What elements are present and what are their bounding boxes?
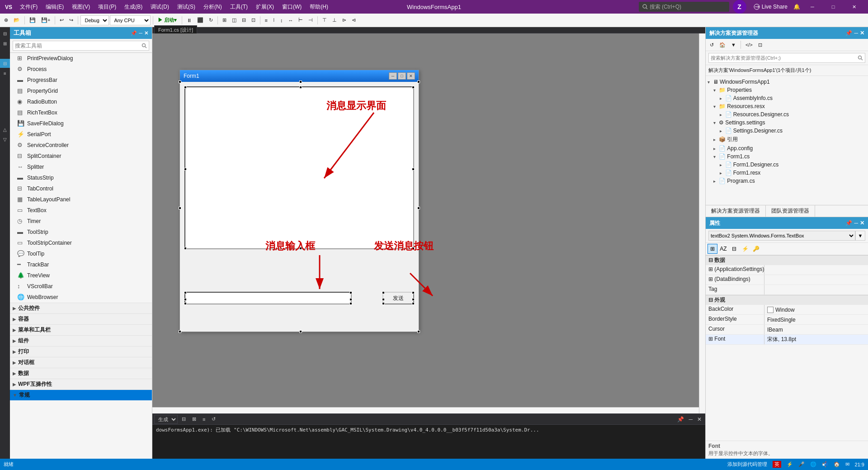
sb-handle-tr[interactable] <box>412 291 415 294</box>
status-icon-1[interactable]: ⚡ <box>787 461 793 467</box>
toolbox-item-radiobutton[interactable]: ◉RadioButton <box>10 96 152 107</box>
pp-close-btn[interactable]: ✕ <box>860 220 864 226</box>
tree-item-4[interactable]: ▸📄Resources.Designer.cs <box>708 110 866 119</box>
toolbox-category-常规[interactable]: ▼常规 <box>10 389 152 400</box>
toolbar-btn-11[interactable]: ⊟ <box>240 15 248 25</box>
tree-item-6[interactable]: ▸📄Settings.Designer.cs <box>708 127 866 135</box>
toolbox-category-组件[interactable]: ▶组件 <box>10 335 152 346</box>
toolbox-item-vscrollbar[interactable]: ↕VScrollBar <box>10 281 152 292</box>
ti-handle-bl[interactable] <box>184 302 187 305</box>
form-minimize-btn[interactable]: ─ <box>389 72 397 80</box>
close-button[interactable]: ✕ <box>844 0 864 14</box>
tab-team-explorer[interactable]: 团队资源管理器 <box>766 205 815 217</box>
form-content-area[interactable]: 发送 <box>180 82 419 332</box>
user-avatar[interactable]: Z <box>733 0 746 14</box>
toolbox-close-btn[interactable]: ✕ <box>144 30 148 36</box>
tree-item-0[interactable]: ▾🖥WindowsFormsApp1 <box>708 78 866 86</box>
toolbox-item-tabcontrol[interactable]: ⊟TabControl <box>10 183 152 194</box>
left-icon-6[interactable]: ▽ <box>0 135 9 144</box>
se-pin-btn[interactable]: 📌 <box>845 30 852 36</box>
rtb-handle-br[interactable] <box>412 247 415 250</box>
pp-pin-btn[interactable]: 📌 <box>845 220 852 226</box>
se-code-btn[interactable]: </> <box>743 40 755 50</box>
rtb-handle-mr[interactable] <box>412 168 415 171</box>
toolbar-btn-7[interactable]: ⬛ <box>195 15 206 25</box>
toolbox-item-tooltip[interactable]: 💬ToolTip <box>10 248 152 259</box>
toolbox-item-textbox[interactable]: ▭TextBox <box>10 205 152 216</box>
tree-item-10[interactable]: ▸📄Form1.Designer.cs <box>708 161 866 169</box>
pp-proppage-btn[interactable]: 🔑 <box>751 244 761 254</box>
toolbox-item-trackbar[interactable]: ━TrackBar <box>10 259 152 270</box>
status-icon-2[interactable]: 🎤 <box>798 461 805 467</box>
toolbar-new-btn[interactable]: ⊕ <box>2 15 10 25</box>
rtb-handle-ml[interactable] <box>184 168 187 171</box>
form-close-btn[interactable]: ✕ <box>407 72 415 80</box>
toolbar-btn-19[interactable]: ⊤ <box>320 15 329 25</box>
start-button[interactable]: ▶ 启动▾ <box>156 15 179 25</box>
pp-row-borderstyle[interactable]: BorderStyle FixedSingle <box>706 315 868 325</box>
toolbox-item-process[interactable]: ⚙Process <box>10 64 152 75</box>
output-btn-2[interactable]: ⊠ <box>190 414 198 424</box>
minimize-button[interactable]: ─ <box>802 0 823 14</box>
handle-tc[interactable] <box>299 81 302 83</box>
menu-debug[interactable]: 调试(D) <box>147 2 173 12</box>
handle-tr[interactable] <box>417 81 420 83</box>
pp-minimize-btn[interactable]: ─ <box>854 220 858 226</box>
toolbar-undo-btn[interactable]: ↩ <box>57 15 66 25</box>
toolbox-category-对话框[interactable]: ▶对话框 <box>10 357 152 368</box>
toolbar-btn-10[interactable]: ◫ <box>230 15 239 25</box>
toolbar-btn-15[interactable]: ↕ <box>278 15 285 25</box>
ti-handle-mr[interactable] <box>349 298 352 301</box>
toolbox-category-容器[interactable]: ▶容器 <box>10 313 152 324</box>
designer-scrollbar-right[interactable] <box>699 33 705 413</box>
pp-object-select[interactable]: textBox2 System.Windows.Forms.TextBox <box>708 231 855 241</box>
debug-config-select[interactable]: Debug <box>80 15 109 25</box>
toolbar-save-all-btn[interactable]: 💾+ <box>39 15 52 25</box>
cpu-select[interactable]: Any CPU <box>110 15 151 25</box>
toolbox-item-treeview[interactable]: 🌲TreeView <box>10 270 152 281</box>
toolbox-item-serialport[interactable]: ⚡SerialPort <box>10 129 152 140</box>
tab-solution-explorer[interactable]: 解决方案资源管理器 <box>706 205 766 217</box>
pp-row-font[interactable]: ⊞ Font 宋体, 13.8pt <box>706 335 868 345</box>
toolbox-item-splitcontainer[interactable]: ⊟SplitContainer <box>10 151 152 161</box>
menu-file[interactable]: 文件(F) <box>16 2 41 12</box>
left-icon-1[interactable]: ⊟ <box>0 29 9 38</box>
left-icon-3[interactable]: ⊟ <box>0 59 10 68</box>
se-show-all-btn[interactable]: ⊡ <box>756 40 764 50</box>
se-close-btn[interactable]: ✕ <box>860 30 864 36</box>
toolbox-item-propertygrid[interactable]: ▤PropertyGrid <box>10 85 152 96</box>
se-sync-btn[interactable]: ↺ <box>708 40 716 50</box>
ti-handle-tr[interactable] <box>349 291 352 294</box>
tree-item-9[interactable]: ▾📄Form1.cs <box>708 152 866 161</box>
menu-view[interactable]: 视图(V) <box>68 2 94 12</box>
se-filter-btn[interactable]: ▼ <box>729 40 738 50</box>
send-button-control[interactable]: 发送 <box>382 292 414 304</box>
toolbar-btn-20[interactable]: ⊥ <box>330 15 339 25</box>
toolbox-item-richtextbox[interactable]: ▤RichTextBox <box>10 107 152 118</box>
output-pin-btn[interactable]: 📌 <box>675 416 686 423</box>
toolbox-item-progressbar[interactable]: ▬ProgressBar <box>10 75 152 85</box>
rtb-handle-bc[interactable] <box>299 247 302 250</box>
rtb-handle-bl[interactable] <box>184 247 187 250</box>
menu-tools[interactable]: 工具(T) <box>226 2 251 12</box>
tree-item-11[interactable]: ▸📄Form1.resx <box>708 169 866 177</box>
form-maximize-btn[interactable]: □ <box>398 72 406 80</box>
tree-item-1[interactable]: ▾📁Properties <box>708 86 866 94</box>
notification-icon[interactable]: 🔔 <box>791 1 802 12</box>
pp-row-tag[interactable]: Tag <box>706 285 868 295</box>
menu-test[interactable]: 测试(S) <box>174 2 199 12</box>
se-search-input[interactable] <box>711 55 858 61</box>
pp-events-btn[interactable]: ⚡ <box>740 244 750 254</box>
handle-mr[interactable] <box>417 207 420 209</box>
toolbox-category-菜单和工具栏[interactable]: ▶菜单和工具栏 <box>10 324 152 335</box>
toolbox-minimize-btn[interactable]: ─ <box>139 30 142 36</box>
output-minimize-btn[interactable]: ─ <box>687 416 694 423</box>
ti-handle-br[interactable] <box>349 302 352 305</box>
status-add-to-source[interactable]: 添加到源代码管理 <box>727 461 767 468</box>
toolbar-redo-btn[interactable]: ↪ <box>67 15 75 25</box>
status-icon-6[interactable]: ✉ <box>845 461 849 467</box>
output-btn-1[interactable]: ⊟ <box>179 414 188 424</box>
se-home-btn[interactable]: 🏠 <box>717 40 728 50</box>
sb-handle-mr[interactable] <box>412 298 415 301</box>
toolbox-category-打印[interactable]: ▶打印 <box>10 346 152 357</box>
